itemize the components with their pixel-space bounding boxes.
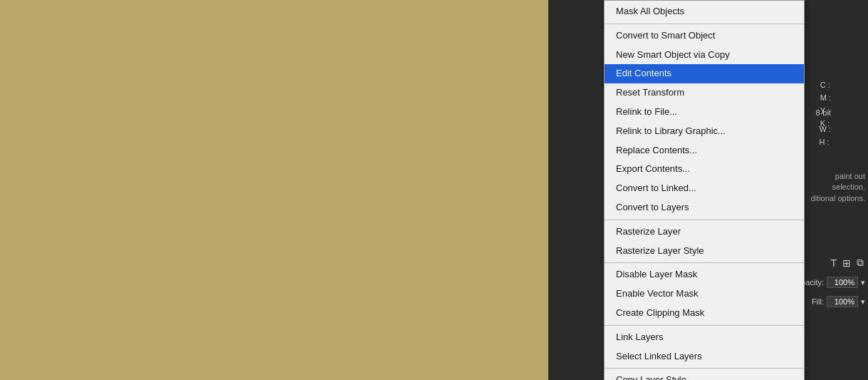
menu-item-relink-to-file[interactable]: Relink to File... — [605, 103, 804, 122]
menu-item-convert-to-smart-object[interactable]: Convert to Smart Object — [605, 26, 804, 46]
context-menu: Mask All ObjectsConvert to Smart ObjectN… — [604, 0, 805, 380]
fill-row: Fill: ▾ — [812, 296, 865, 307]
menu-item-export-contents[interactable]: Export Contents... — [605, 160, 804, 179]
menu-item-edit-contents[interactable]: Edit Contents — [605, 64, 804, 83]
menu-item-rasterize-layer-style[interactable]: Rasterize Layer Style — [605, 242, 804, 261]
canvas-area — [0, 0, 548, 380]
hint-text: paint out selection. ditional options. — [801, 171, 865, 204]
h-label: H : — [820, 135, 832, 148]
hint-line2: ditional options. — [801, 193, 865, 204]
fill-arrow[interactable]: ▾ — [861, 297, 865, 307]
w-label: W : — [820, 123, 832, 135]
opacity-row: Opacity: ▾ — [795, 277, 865, 288]
menu-item-enable-vector-mask[interactable]: Enable Vector Mask — [605, 284, 804, 304]
menu-item-select-linked-layers[interactable]: Select Linked Layers — [605, 347, 804, 366]
menu-item-convert-to-layers[interactable]: Convert to Layers — [605, 198, 804, 217]
menu-item-link-layers[interactable]: Link Layers — [605, 328, 804, 347]
menu-item-copy-layer-style[interactable]: Copy Layer Style — [605, 371, 804, 380]
fill-input[interactable] — [827, 296, 858, 307]
menu-item-mask-all-objects[interactable]: Mask All Objects — [605, 2, 804, 21]
separator-separator-3 — [605, 262, 804, 263]
menu-item-rasterize-layer[interactable]: Rasterize Layer — [605, 222, 804, 242]
opacity-input[interactable] — [827, 277, 858, 288]
menu-item-replace-contents[interactable]: Replace Contents... — [605, 141, 804, 160]
menu-item-new-smart-object-via-copy[interactable]: New Smart Object via Copy — [605, 46, 804, 65]
menu-item-disable-layer-mask[interactable]: Disable Layer Mask — [605, 265, 804, 284]
bit-depth: 8-bit — [816, 108, 831, 117]
separator-separator-2 — [605, 220, 804, 220]
m-label: M : — [820, 91, 831, 104]
separator-separator-5 — [605, 368, 804, 369]
menu-item-convert-to-linked[interactable]: Convert to Linked... — [605, 179, 804, 198]
wh-labels: W : H : — [820, 123, 832, 148]
layers-icon[interactable]: ⧉ — [855, 255, 865, 270]
menu-item-create-clipping-mask[interactable]: Create Clipping Mask — [605, 304, 804, 323]
transform-icon[interactable]: ⊞ — [841, 256, 852, 270]
fill-label: Fill: — [812, 297, 824, 306]
separator-separator-1 — [605, 24, 804, 24]
menu-item-reset-transform[interactable]: Reset Transform — [605, 83, 804, 103]
hint-line1: paint out selection. — [801, 171, 865, 193]
c-label: C : — [820, 78, 831, 91]
menu-item-relink-to-library-graphic[interactable]: Relink to Library Graphic... — [605, 122, 804, 141]
opacity-arrow[interactable]: ▾ — [861, 278, 865, 287]
toolbar-icons: T ⊞ ⧉ — [829, 255, 865, 270]
text-icon[interactable]: T — [829, 256, 838, 270]
separator-separator-4 — [605, 325, 804, 326]
